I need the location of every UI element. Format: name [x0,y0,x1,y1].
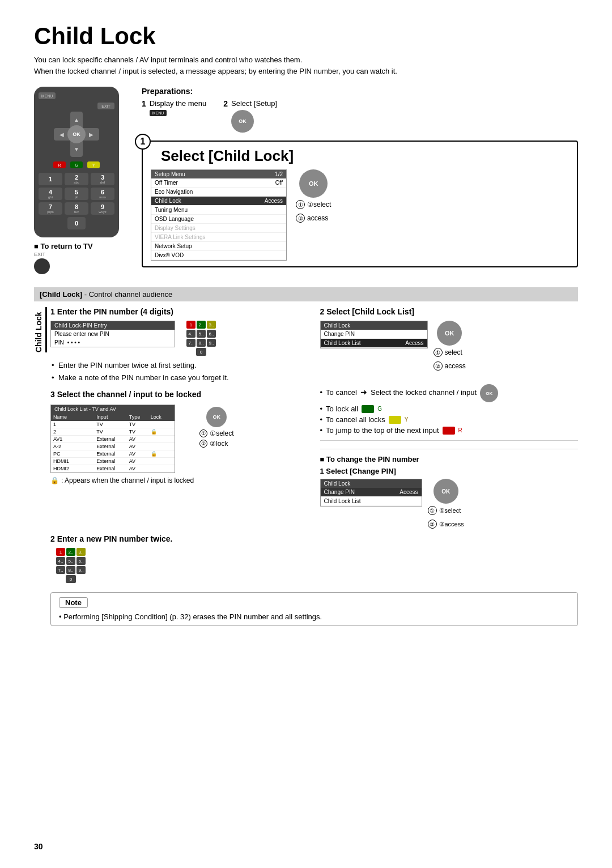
cls-row-list: Child Lock ListAccess [321,339,427,348]
green-color-indicator [362,405,374,413]
table-row: 1TVTV [51,421,175,428]
channel-table: Child Lock List - TV and AV NameInputTyp… [50,405,175,473]
num5: 5jkl [65,188,88,200]
table-row: A-2ExternalAV [51,443,175,450]
cancel-all-row: • To cancel all locks Y [320,415,579,424]
step1-heading: 1 Enter the PIN number (4 digits) [50,307,309,316]
ok-button-prep: OK [231,110,254,133]
red-color-indicator [443,427,455,435]
annotation-access-2: ② access [434,361,466,371]
annotation-select-2: ① select [434,348,466,357]
to-return-tv-label: ■ To return to TV EXIT [34,242,130,276]
annotation-lock: ② ②lock [199,440,233,448]
note-title: Note [59,597,88,608]
menu-row-divx: Divx® VOD [151,251,286,260]
menu-row-offtimer: Off TimerOff [151,178,286,188]
menu-row-viera: VIERA Link Settings [151,233,286,242]
green-btn: G [70,161,83,168]
yellow-btn: Y [87,161,100,168]
num4: 4ghi [39,188,62,200]
menu-row-childlock: Child LockAccess [151,197,286,206]
note-box: Note • Performing [Shipping Condition] (… [50,592,578,626]
left-column: 1 Enter the PIN number (4 digits) Child … [50,307,309,529]
annotation-access-cp: ② ②access [428,520,464,529]
exit-circle-btn [34,258,50,274]
ok-button-cancel: OK [480,384,498,402]
num2: 2abc [65,173,88,185]
ok-button-step2: OK [437,321,462,346]
right-instructions: Preparations: 1 Display the menu MENU 2 … [142,87,578,276]
intro-text: You can lock specific channels / AV inpu… [34,54,578,76]
num8: 8tuv [65,202,88,215]
menu-row-tuning: Tuning Menu [151,206,286,215]
ok-button-change-pin: OK [434,479,458,504]
steps-container: Child Lock 1 Enter the PIN number (4 dig… [34,307,578,626]
num9: 9wxyz [91,202,114,215]
change-pin-section: ■ To change the PIN number 1 Select [Cha… [320,449,579,529]
numpad-mini-pin: 1 2.. 3.. 4.. 5.. 6.. 7.. 8.. 9.. [186,321,216,357]
annotation-select-cp: ① ①select [428,506,464,515]
channel-table-area: Child Lock List - TV and AV NameInputTyp… [50,405,309,484]
step2-screen-area: Child Lock Change PIN Child Lock ListAcc… [320,321,579,371]
child-lock-change-pin-screen: Child Lock Change PINAccess Child Lock L… [320,479,422,507]
yellow-color-indicator [389,416,401,424]
red-btn: R [53,161,66,168]
step3-heading: 3 Select the channel / input to be locke… [50,390,309,399]
appears-note: 🔒 : Appears when the channel / input is … [50,476,194,484]
num0: 0 [67,217,86,229]
select-child-lock-box: 1 Select [Child Lock] Setup Menu 1/2 Off… [142,141,578,267]
annotation-access: ② access [296,214,331,223]
table-row: HDMI2ExternalAV [51,465,175,473]
numpad-mini-newpin: 1 2.. 3.. 4.. 5.. 6.. 7.. 8.. 9.. [56,548,86,584]
ok-button-scl: OK [299,169,328,198]
menu-row-network: Network Setup [151,242,286,251]
lock-all-row: • To lock all G [320,405,579,413]
right-column: 2 Select [Child Lock List] Child Lock Ch… [320,307,579,529]
setup-menu-screen: Setup Menu 1/2 Off TimerOff Eco Navigati… [151,169,287,261]
ok-button-step3: OK [206,407,227,427]
exit-button-remote: EXIT [97,103,114,109]
annotation-select-3: ① ①select [199,429,233,437]
table-row: AV1ExternalAV [51,436,175,443]
child-lock-list-screen: Child Lock Change PIN Child Lock ListAcc… [320,321,428,348]
menu-row-eco: Eco Navigation [151,188,286,197]
change-pin-row: Change PINAccess [321,488,422,497]
enter-new-pin-section: 2 Enter a new PIN number twice. 1 2.. 3.… [50,534,578,584]
prep-step-1: 1 Display the menu MENU [142,99,206,116]
step-badge: 1 [135,134,151,150]
sidebar-child-lock: Child Lock [34,307,47,352]
table-row: HDMI1ExternalAV [51,458,175,465]
table-row: 2TVTV🔒 [51,428,175,436]
pin-bullets: Enter the PIN number twice at first sett… [50,360,309,383]
enter-new-pin-heading: 2 Enter a new PIN number twice. [50,534,578,543]
num6: 6mno [91,188,114,200]
change-pin-content: Child Lock Change PINAccess Child Lock L… [320,479,579,529]
prep-step-2: 2 Select [Setup] OK [223,99,277,133]
pin-entry-screen: Child Lock-PIN Entry Please enter new PI… [50,321,175,347]
remote-control-diagram: MENU EXIT ▲ ◀ OK ▶ ▼ R G Y [34,87,130,276]
preparations-title: Preparations: [142,87,578,96]
menu-button: MENU [39,92,56,99]
change-pin-title: ■ To change the PIN number [320,455,579,463]
num7: 7pqrs [39,202,62,215]
main-steps: 1 Enter the PIN number (4 digits) Child … [50,307,578,529]
cls-row-change-pin: Change PIN [321,330,427,339]
num3: 3def [91,173,114,185]
menu-row-osd: OSD Language [151,215,286,224]
top-section: MENU EXIT ▲ ◀ OK ▶ ▼ R G Y [34,87,578,276]
change-pin-step1: 1 Select [Change PIN] [320,467,579,475]
note-text: • Performing [Shipping Condition] (p. 32… [59,612,570,621]
page-title: Child Lock [34,23,578,50]
cancel-row: • To cancel ➜ Select the locked channel … [320,382,579,402]
child-lock-section-header: [Child Lock] - Control channel audience [34,287,578,301]
annotation-select: ① ①select [296,200,331,209]
menu-icon: MENU [150,110,167,116]
child-lock-list-row: Child Lock List [321,497,422,506]
cancel-info: • To cancel ➜ Select the locked channel … [320,382,579,435]
num1: 1 [39,173,62,185]
page-number: 30 [34,842,43,851]
select-child-lock-title: Select [Child Lock] [161,147,569,165]
menu-row-display: Display Settings [151,224,286,233]
dpad: ▲ ◀ OK ▶ ▼ [54,112,99,157]
jump-input-row: • To jump to the top of the next input R [320,426,579,435]
